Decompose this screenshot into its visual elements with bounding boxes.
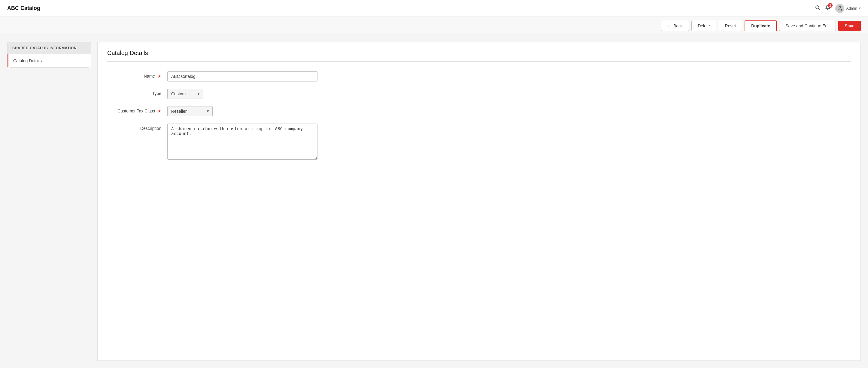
description-textarea[interactable]: A shared catalog with custom pricing for… xyxy=(167,123,317,160)
tax-class-required-marker: ★ xyxy=(157,109,161,113)
tax-class-select-wrapper: Reseller Retail Customer None ▼ xyxy=(167,106,213,116)
save-button[interactable]: Save xyxy=(838,21,861,31)
svg-point-2 xyxy=(839,6,841,8)
page-title: ABC Catalog xyxy=(7,5,40,11)
panel-title: Catalog Details xyxy=(107,50,851,57)
form-row-type: Type Custom Public ▼ xyxy=(107,89,377,99)
name-required-marker: ★ xyxy=(157,74,161,79)
search-button[interactable] xyxy=(815,5,820,12)
user-avatar-icon xyxy=(835,4,844,13)
sidebar-nav: SHARED CATALOG INFORMATION Catalog Detai… xyxy=(7,42,91,68)
name-input[interactable] xyxy=(167,71,317,82)
type-select[interactable]: Custom Public xyxy=(167,89,203,99)
reset-button[interactable]: Reset xyxy=(719,21,742,31)
sidebar-section-header: SHARED CATALOG INFORMATION xyxy=(7,43,91,54)
name-label: Name ★ xyxy=(107,71,167,79)
back-button[interactable]: ← Back xyxy=(661,21,689,31)
main-content: SHARED CATALOG INFORMATION Catalog Detai… xyxy=(0,35,868,368)
tax-class-select[interactable]: Reseller Retail Customer None xyxy=(167,106,213,116)
svg-line-1 xyxy=(819,8,820,10)
sidebar: SHARED CATALOG INFORMATION Catalog Detai… xyxy=(7,42,91,361)
form-row-description: Description A shared catalog with custom… xyxy=(107,123,377,161)
form-row-tax-class: Customer Tax Class ★ Reseller Retail Cus… xyxy=(107,106,377,116)
content-panel: Catalog Details Name ★ Type Custom Publi… xyxy=(97,42,861,361)
back-arrow-icon: ← xyxy=(668,24,672,28)
notification-badge: 2 xyxy=(828,3,833,8)
sidebar-bottom-divider xyxy=(10,67,89,68)
type-select-wrapper: Custom Public ▼ xyxy=(167,89,203,99)
sidebar-item-catalog-details[interactable]: Catalog Details xyxy=(7,54,91,67)
form-row-name: Name ★ xyxy=(107,71,377,82)
notifications-button[interactable]: 2 xyxy=(825,5,831,12)
user-name: Admin xyxy=(846,6,857,10)
description-field-wrapper: A shared catalog with custom pricing for… xyxy=(167,123,317,161)
search-icon xyxy=(815,5,820,12)
delete-button[interactable]: Delete xyxy=(691,21,716,31)
chevron-down-icon: ▾ xyxy=(859,6,861,10)
description-label: Description xyxy=(107,123,167,131)
panel-divider xyxy=(107,61,851,62)
type-label: Type xyxy=(107,89,167,96)
top-header: ABC Catalog 2 xyxy=(0,0,868,17)
header-icons: 2 Admin ▾ xyxy=(815,4,861,13)
action-toolbar: ← Back Delete Reset Duplicate Save and C… xyxy=(0,17,868,35)
type-field-wrapper: Custom Public ▼ xyxy=(167,89,317,99)
duplicate-button[interactable]: Duplicate xyxy=(745,21,777,31)
save-continue-button[interactable]: Save and Continue Edit xyxy=(779,21,836,31)
tax-class-field-wrapper: Reseller Retail Customer None ▼ xyxy=(167,106,317,116)
tax-class-label: Customer Tax Class ★ xyxy=(107,106,167,113)
user-menu[interactable]: Admin ▾ xyxy=(835,4,861,13)
name-field-wrapper xyxy=(167,71,317,82)
